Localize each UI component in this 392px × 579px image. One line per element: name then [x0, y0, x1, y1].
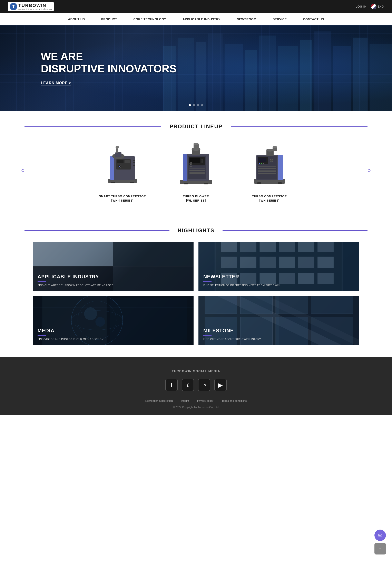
nav-about-us[interactable]: ABOUT US [60, 13, 93, 25]
logo-icon: T [10, 3, 17, 10]
svg-rect-39 [190, 168, 205, 169]
svg-rect-6 [259, 36, 276, 111]
product-lineup-title: PRODUCT LINEUP [161, 123, 231, 130]
highlights-line-left [24, 230, 169, 231]
svg-rect-25 [133, 160, 135, 161]
product-image-turbo-blower [163, 138, 229, 191]
carousel-next-button[interactable]: > [364, 165, 376, 176]
product-turbo-blower[interactable]: TURBO BLOWER [WL SERIES] [163, 138, 229, 203]
product-smart-turbo-compressor[interactable]: SMART TURBO COMPRESSOR [WH-i SERIES] [90, 138, 155, 203]
language-selector[interactable]: ENG [371, 4, 384, 9]
youtube-icon: ▶ [218, 382, 223, 388]
hero-dot-3[interactable] [197, 104, 199, 106]
svg-rect-1 [178, 38, 194, 111]
nav-applicable-industry[interactable]: APPLICABLE INDUSTRY [174, 13, 229, 25]
highlights-section: APPLICABLE INDUSTRY FIND OUT WHERE TURBO… [0, 242, 392, 357]
hero-dot-1[interactable] [189, 104, 191, 106]
newsletter-desc: FIND SELECTION OF INTERESTING NEWS FROM … [203, 284, 354, 287]
svg-rect-56 [258, 158, 266, 162]
top-bar: T TURBOWIN Blower & Compressor Technolog… [0, 0, 392, 13]
svg-point-68 [272, 146, 277, 148]
turbo-compressor-svg [249, 140, 290, 189]
svg-point-20 [119, 166, 120, 167]
nav-service[interactable]: SERVICE [264, 13, 295, 25]
milestone-card-title: MILESTONE [203, 328, 354, 334]
svg-rect-60 [258, 166, 276, 167]
carousel-prev-button[interactable]: < [16, 165, 28, 176]
facebook-button[interactable]: f [165, 379, 178, 391]
hero-dot-2[interactable] [193, 104, 195, 106]
svg-rect-41 [190, 172, 205, 173]
svg-point-66 [266, 149, 274, 151]
product-turbo-compressor[interactable]: TURBO COMPRESSOR [WH SERIES] [237, 138, 302, 203]
svg-rect-12 [370, 44, 392, 111]
svg-rect-26 [133, 162, 135, 163]
milestone-card[interactable]: MILESTONE FIND OUT MORE ABOUT TURBOWIN H… [198, 296, 359, 345]
flag-icon [371, 4, 377, 9]
logo-area: T TURBOWIN Blower & Compressor Technolog… [8, 2, 54, 11]
linkedin-button[interactable]: in [198, 379, 210, 391]
footer: TURBOWIN SOCIAL MEDIA f t in ▶ Newslette… [0, 357, 392, 415]
footer-links: Newsletter subscription Imprint Privacy … [8, 399, 384, 402]
privacy-policy-link[interactable]: Privacy policy [197, 399, 213, 402]
svg-rect-40 [190, 170, 205, 171]
product-image-turbo-compressor [237, 138, 302, 191]
nav-newsroom[interactable]: NEWSROOM [229, 13, 264, 25]
svg-point-48 [190, 166, 192, 167]
media-underline [38, 335, 46, 336]
logo-sub-text: Blower & Compressor Technology [18, 8, 52, 10]
applicable-content: APPLICABLE INDUSTRY FIND OUT WHERE TURBO… [33, 270, 194, 291]
hero-section: WE ARE DISRUPTIVE INNOVATORS LEARN MORE … [0, 25, 392, 111]
svg-rect-15 [110, 156, 114, 180]
svg-rect-7 [278, 46, 298, 111]
hero-title: WE ARE DISRUPTIVE INNOVATORS [41, 50, 177, 75]
svg-rect-61 [258, 168, 276, 169]
media-card[interactable]: MEDIA FIND VIDEOS AND PHOTOS IN OUR MEDI… [33, 296, 194, 345]
hero-dot-4[interactable] [201, 104, 203, 106]
applicable-industry-card[interactable]: APPLICABLE INDUSTRY FIND OUT WHERE TURBO… [33, 242, 194, 291]
header-line-left [24, 126, 161, 127]
svg-rect-62 [258, 170, 276, 170]
product-image-smart-turbo [90, 138, 155, 191]
svg-point-38 [201, 161, 203, 163]
twitter-button[interactable]: t [182, 379, 194, 391]
svg-rect-27 [133, 164, 135, 164]
nav-product[interactable]: PRODUCT [93, 13, 125, 25]
nav-core-technology[interactable]: CORE TECHNOLOGY [125, 13, 174, 25]
footer-social-title: TURBOWIN SOCIAL MEDIA [8, 369, 384, 373]
lang-label: ENG [378, 5, 384, 8]
highlights-line-right [223, 230, 368, 231]
logo-text: TURBOWIN Blower & Compressor Technology [18, 3, 52, 10]
svg-rect-63 [258, 171, 276, 172]
highlights-title: HIGHLIGHTS [169, 227, 223, 234]
svg-rect-9 [314, 31, 331, 111]
newsletter-underline [203, 281, 211, 282]
facebook-icon: f [171, 382, 172, 388]
highlights-header: HIGHLIGHTS [24, 227, 368, 234]
imprint-link[interactable]: Imprint [181, 399, 189, 402]
svg-rect-17 [117, 160, 124, 163]
newsletter-subscription-link[interactable]: Newsletter subscription [145, 399, 173, 402]
svg-point-69 [270, 159, 273, 162]
product-lineup-header: PRODUCT LINEUP [24, 123, 368, 130]
svg-rect-3 [208, 33, 223, 111]
hero-content: WE ARE DISRUPTIVE INNOVATORS LEARN MORE … [0, 50, 177, 86]
hero-cta-button[interactable]: LEARN MORE > [41, 81, 71, 86]
svg-rect-71 [278, 182, 282, 184]
turbo-blower-svg [176, 140, 216, 189]
nav-contact-us[interactable]: CONTACT US [295, 13, 332, 25]
logo-box[interactable]: T TURBOWIN Blower & Compressor Technolog… [8, 2, 54, 11]
product-name-turbo-compressor: TURBO COMPRESSOR [WH SERIES] [237, 194, 302, 203]
terms-conditions-link[interactable]: Terms and conditions [221, 399, 247, 402]
milestone-content: MILESTONE FIND OUT MORE ABOUT TURBOWIN H… [198, 324, 359, 345]
footer-copyright: © 2022 Copyright by Turbowin Co., Ltd. [8, 406, 384, 409]
login-button[interactable]: LOG IN [355, 5, 367, 8]
svg-rect-50 [204, 183, 208, 184]
youtube-button[interactable]: ▶ [214, 379, 227, 391]
svg-rect-8 [300, 40, 312, 111]
product-section: < [0, 138, 392, 215]
newsletter-card[interactable]: TURBOWIN NEWSLETTER FIND SELECTION OF IN… [198, 242, 359, 291]
svg-rect-4 [225, 44, 243, 111]
svg-rect-49 [184, 183, 188, 184]
product-name-smart-turbo: SMART TURBO COMPRESSOR [WH-i SERIES] [90, 194, 155, 203]
